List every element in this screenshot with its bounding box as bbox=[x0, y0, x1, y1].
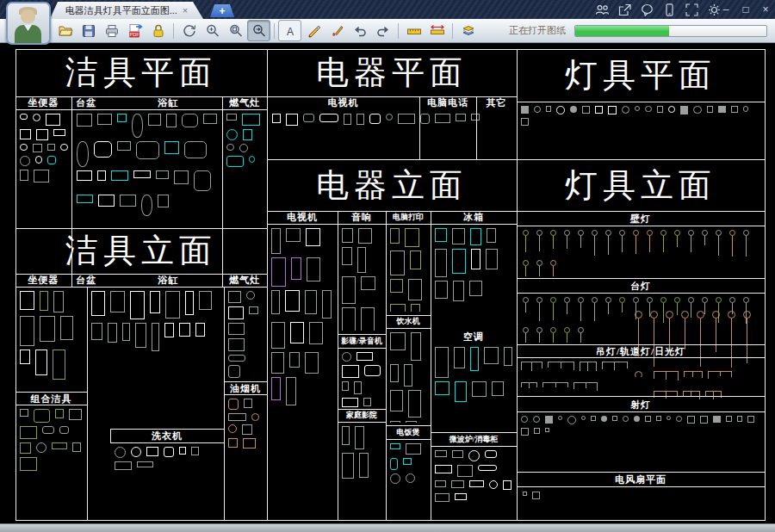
cad-symbol bbox=[741, 230, 750, 257]
cad-symbol bbox=[457, 465, 473, 477]
cad-symbol bbox=[228, 399, 239, 410]
measure-button[interactable] bbox=[402, 20, 425, 41]
text-button[interactable]: A bbox=[278, 20, 301, 41]
cad-symbol bbox=[406, 421, 417, 423]
label-desk-lamp: 台灯 bbox=[517, 278, 765, 294]
cad-symbol bbox=[20, 316, 34, 346]
close-button[interactable]: × bbox=[760, 4, 772, 15]
symbols-basin-elev bbox=[89, 288, 222, 426]
cad-grid-line bbox=[517, 278, 765, 279]
zoom-in-out-button[interactable] bbox=[201, 20, 224, 41]
cad-symbol bbox=[195, 323, 204, 337]
label-rice-cooker: 电饭煲 bbox=[386, 424, 431, 440]
new-tab-button[interactable]: + bbox=[210, 4, 234, 17]
orbit-button[interactable] bbox=[177, 20, 201, 41]
layers-button[interactable] bbox=[456, 20, 480, 41]
cad-symbol bbox=[548, 362, 574, 374]
cad-symbol bbox=[645, 106, 651, 112]
cad-symbol bbox=[91, 323, 102, 340]
export-pdf-button[interactable]: PDF bbox=[123, 20, 146, 41]
cad-viewer-window: 电器洁具灯具平面立面图... × + – □ × PDF bbox=[0, 0, 775, 532]
cad-symbol bbox=[342, 453, 354, 479]
cad-symbol bbox=[590, 297, 598, 321]
cad-symbol bbox=[228, 306, 244, 319]
print-button[interactable] bbox=[100, 20, 123, 41]
cad-grid-line bbox=[224, 394, 267, 395]
cad-grid-line bbox=[110, 429, 224, 430]
cad-symbol bbox=[226, 144, 234, 152]
plus-icon: + bbox=[219, 6, 225, 16]
cad-symbol bbox=[20, 409, 28, 417]
cad-grid-line bbox=[224, 287, 225, 521]
users-icon[interactable] bbox=[595, 3, 610, 17]
cad-symbol bbox=[251, 413, 259, 421]
cad-symbol bbox=[148, 114, 161, 126]
cad-symbol bbox=[289, 352, 300, 368]
pencil-button[interactable] bbox=[301, 20, 325, 41]
symbols-rice-cooker bbox=[388, 441, 429, 518]
zoom-area-button[interactable] bbox=[247, 20, 270, 41]
cad-symbol bbox=[72, 442, 81, 452]
user-avatar[interactable] bbox=[6, 2, 51, 45]
cad-symbol bbox=[342, 381, 349, 391]
cad-symbol bbox=[521, 106, 529, 114]
fullscreen-icon[interactable] bbox=[685, 3, 699, 17]
redo-button[interactable] bbox=[371, 20, 394, 41]
cad-symbol bbox=[228, 355, 245, 362]
cad-symbol bbox=[521, 382, 537, 395]
section-title-jieju-elev: 洁具立面 bbox=[16, 228, 267, 274]
cad-symbol bbox=[487, 228, 496, 243]
dimension-button[interactable] bbox=[425, 20, 449, 41]
cad-symbol bbox=[617, 297, 626, 312]
cad-grid-line bbox=[110, 442, 224, 443]
cad-symbol bbox=[191, 447, 199, 455]
symbols-combo bbox=[17, 406, 85, 518]
document-tab[interactable]: 电器洁具灯具平面立面图... × bbox=[50, 2, 203, 19]
cad-symbol bbox=[684, 371, 703, 387]
minimize-button[interactable]: – bbox=[720, 4, 732, 15]
cad-symbol bbox=[452, 450, 464, 458]
col-label-tub-elev: 浴缸 bbox=[142, 273, 194, 287]
svg-text:PDF: PDF bbox=[129, 32, 140, 37]
cad-symbol bbox=[633, 311, 643, 356]
cad-grid-line bbox=[16, 49, 766, 50]
phone-icon[interactable] bbox=[662, 3, 677, 17]
toolbar-separator bbox=[274, 23, 275, 39]
cad-symbol bbox=[243, 129, 252, 140]
lock-button[interactable] bbox=[146, 20, 170, 41]
brush-button[interactable] bbox=[325, 20, 348, 41]
cad-symbol bbox=[404, 364, 412, 387]
maximize-button[interactable]: □ bbox=[740, 4, 752, 15]
cad-symbol bbox=[435, 281, 448, 298]
cad-symbol bbox=[390, 473, 400, 484]
symbols-washer bbox=[112, 444, 222, 518]
symbols-pendant bbox=[518, 359, 648, 394]
cad-symbol bbox=[556, 106, 565, 114]
tab-close-icon[interactable]: × bbox=[183, 6, 188, 15]
cad-symbol bbox=[342, 398, 358, 407]
share-icon[interactable] bbox=[617, 3, 632, 17]
section-title-dengju-elev: 灯具立面 bbox=[517, 159, 765, 211]
cad-grid-line bbox=[16, 96, 517, 97]
symbols-fridge bbox=[432, 226, 515, 329]
cad-symbol bbox=[601, 416, 607, 422]
cad-symbol bbox=[435, 450, 447, 457]
chat-icon[interactable] bbox=[640, 3, 654, 17]
cad-symbol bbox=[390, 390, 403, 411]
cad-symbol bbox=[271, 377, 281, 400]
undo-button[interactable] bbox=[348, 20, 371, 41]
cad-symbol bbox=[654, 371, 679, 387]
cad-symbol bbox=[290, 322, 304, 343]
label-combo-fixtures: 组合洁具 bbox=[16, 392, 87, 405]
open-button[interactable] bbox=[53, 20, 77, 41]
cad-symbol bbox=[228, 438, 238, 447]
cad-symbol bbox=[595, 106, 603, 114]
horizontal-scrollbar[interactable] bbox=[0, 523, 775, 532]
cad-symbol bbox=[708, 371, 732, 381]
zoom-window-button[interactable] bbox=[224, 20, 247, 41]
cad-symbol bbox=[305, 352, 319, 374]
save-button[interactable] bbox=[77, 20, 100, 41]
cad-symbol bbox=[164, 141, 179, 153]
cad-symbol bbox=[535, 230, 543, 251]
cad-symbol bbox=[604, 230, 612, 255]
